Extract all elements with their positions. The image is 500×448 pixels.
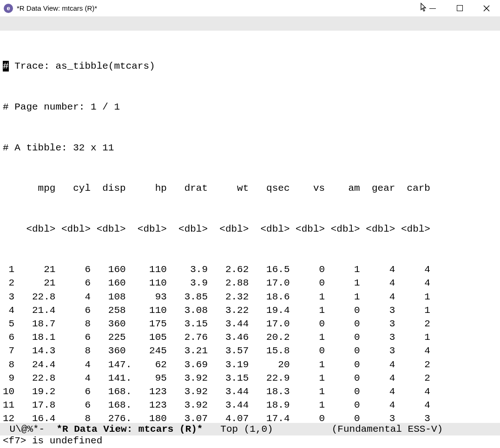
- window-title: *R Data View: mtcars (R)*: [17, 4, 281, 12]
- maximize-button[interactable]: [455, 4, 464, 13]
- cursor-icon: [420, 2, 428, 14]
- buffer-area[interactable]: # Trace: as_tibble(mtcars) # Page number…: [0, 31, 500, 423]
- point-cursor: #: [3, 61, 9, 71]
- modeline-position: Top (1,0): [203, 424, 331, 435]
- column-header-row: mpg cyl disp hp drat wt qsec vs am gear …: [3, 182, 497, 195]
- table-row: 6 18.1 6 225 105 2.76 3.46 20.2 1 0 3 1: [3, 331, 497, 344]
- table-row: 12 16.4 8 276. 180 3.07 4.07 17.4 0 0 3 …: [3, 412, 497, 423]
- modeline-buffer-name: *R Data View: mtcars (R)*: [56, 424, 203, 435]
- close-button[interactable]: [482, 4, 491, 13]
- table-row: 10 19.2 6 168. 123 3.92 3.44 18.3 1 0 4 …: [3, 385, 497, 398]
- table-row: 9 22.8 4 141. 95 3.92 3.15 22.9 1 0 4 2: [3, 371, 497, 385]
- minimize-button[interactable]: [428, 4, 437, 13]
- window-titlebar: e *R Data View: mtcars (R)*: [0, 0, 500, 17]
- modeline-status: U\@%*-: [4, 424, 56, 435]
- table-row: 7 14.3 8 360 245 3.21 3.57 15.8 0 0 3 4: [3, 344, 497, 357]
- mode-line[interactable]: U\@%*- *R Data View: mtcars (R)* Top (1,…: [0, 423, 500, 435]
- trace-line: # Trace: as_tibble(mtcars): [3, 59, 497, 73]
- table-row: 1 21 6 160 110 3.9 2.62 16.5 0 1 4 4: [3, 263, 497, 276]
- menu-bar[interactable]: [0, 17, 500, 31]
- column-types-row: <dbl> <dbl> <dbl> <dbl> <dbl> <dbl> <dbl…: [3, 222, 497, 236]
- page-number-line: # Page number: 1 / 1: [3, 100, 497, 114]
- table-row: 5 18.7 8 360 175 3.15 3.44 17.0 0 0 3 2: [3, 317, 497, 331]
- emacs-icon: e: [4, 4, 13, 13]
- table-row: 8 24.4 4 147. 62 3.69 3.19 20 1 0 4 2: [3, 358, 497, 371]
- modeline-mode: (Fundamental ESS-V): [332, 424, 443, 435]
- table-row: 11 17.8 6 168. 123 3.92 3.44 18.9 1 0 4 …: [3, 398, 497, 412]
- table-row: 2 21 6 160 110 3.9 2.88 17.0 0 1 4 4: [3, 276, 497, 290]
- table-row: 4 21.4 6 258 110 3.08 3.22 19.4 1 0 3 1: [3, 304, 497, 317]
- echo-area: <f7> is undefined: [0, 435, 500, 448]
- tibble-dim-line: # A tibble: 32 x 11: [3, 141, 497, 155]
- table-row: 3 22.8 4 108 93 3.85 2.32 18.6 1 1 4 1: [3, 290, 497, 304]
